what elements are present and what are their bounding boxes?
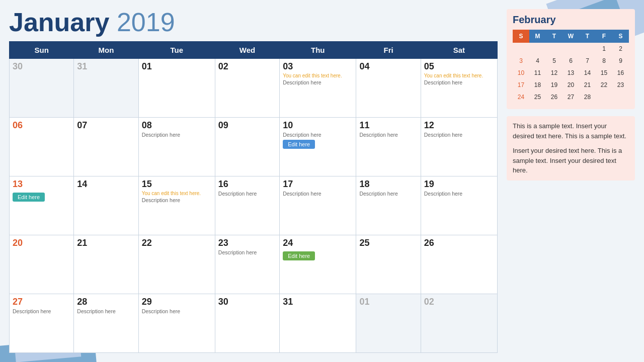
weekday-header-thu: Thu [280,42,356,59]
description-text: Description here [283,191,353,197]
description-text: Description here [77,308,135,314]
main-container: January 2019 SunMonTueWedThuFriSat 30310… [0,0,644,362]
day-number: 15 [142,179,212,190]
feb-day-cell: 27 [562,91,579,103]
edit-tag: You can edit this text here. [142,191,212,196]
sidebar-text-2: Insert your desired text here. This is a… [513,146,629,175]
feb-day-cell: 24 [513,91,529,103]
description-text: Description here [359,132,417,138]
cal-cell: 02 [421,294,497,353]
feb-day-cell: 23 [612,79,629,91]
day-number: 26 [424,238,494,248]
day-number: 14 [77,179,135,190]
cal-cell: 28Description here [74,294,138,353]
cal-cell: 17Description here [280,176,356,235]
day-number: 16 [218,179,276,190]
day-number: 31 [77,61,135,72]
feb-day-cell: 8 [596,55,612,67]
cal-cell: 16Description here [215,176,279,235]
feb-day-cell: 28 [579,91,596,103]
feb-day-cell [546,43,562,55]
left-section: January 2019 SunMonTueWedThuFriSat 30310… [9,9,498,353]
feb-day-cell: 15 [596,67,612,79]
feb-day-cell [529,43,546,55]
feb-weekday-header: S [612,30,629,43]
edit-badge[interactable]: Edit here [283,251,315,260]
cal-cell: 02 [215,59,279,118]
feb-day-cell: 5 [546,55,562,67]
february-mini-calendar: SMTWTFS 12345678910111213141516171819202… [513,30,629,103]
day-number: 09 [218,120,276,131]
edit-badge[interactable]: Edit here [283,140,315,149]
feb-day-cell [562,43,579,55]
feb-day-cell: 14 [579,67,596,79]
feb-day-cell: 18 [529,79,546,91]
month-name: January [9,8,109,37]
edit-tag: You can edit this text here. [424,73,494,78]
cal-cell: 20 [10,235,74,294]
day-number: 17 [283,179,353,190]
description-text: Description here [218,249,276,255]
cal-cell: 30 [10,59,74,118]
edit-badge[interactable]: Edit here [13,193,45,202]
year: 2019 [117,8,175,37]
day-number: 12 [424,120,494,131]
cal-cell: 09 [215,118,279,176]
feb-weekday-header: W [562,30,579,43]
cal-cell: 24Edit here [280,235,356,294]
feb-weekday-header: T [546,30,562,43]
feb-weekday-header: F [596,30,612,43]
feb-day-cell: 9 [612,55,629,67]
day-number: 21 [77,238,135,248]
day-number: 02 [218,61,276,72]
cal-cell: 03You can edit this text here.Descriptio… [280,59,356,118]
cal-cell: 31 [74,59,138,118]
description-text: Description here [424,132,494,138]
day-number: 04 [359,61,417,72]
day-number: 29 [142,297,212,307]
cal-cell: 01 [138,59,215,118]
cal-cell: 15You can edit this text here.Descriptio… [138,176,215,235]
cal-cell: 25 [356,235,421,294]
feb-day-cell: 4 [529,55,546,67]
cal-cell: 27Description here [10,294,74,353]
feb-weekday-header: M [529,30,546,43]
description-text: Description here [424,79,494,85]
cal-cell: 08Description here [138,118,215,176]
right-section: February SMTWTFS 12345678910111213141516… [507,9,635,353]
weekday-header-wed: Wed [215,42,279,59]
description-text: Description here [142,308,212,314]
feb-day-cell: 16 [612,67,629,79]
cal-cell: 26 [421,235,497,294]
feb-day-cell: 3 [513,55,529,67]
edit-tag: You can edit this text here. [283,73,353,78]
weekday-header-tue: Tue [138,42,215,59]
description-text: Description here [283,79,353,85]
day-number: 30 [13,61,70,72]
day-number: 03 [283,61,353,72]
feb-day-cell: 1 [596,43,612,55]
feb-day-cell: 19 [546,79,562,91]
cal-cell: 21 [74,235,138,294]
cal-cell: 06 [10,118,74,176]
day-number: 02 [424,297,494,307]
sidebar-text-block: This is a sample text. Insert your desir… [507,116,635,180]
description-text: Description here [218,191,276,197]
feb-day-cell: 6 [562,55,579,67]
day-number: 05 [424,61,494,72]
description-text: Description here [142,197,212,203]
cal-cell: 23Description here [215,235,279,294]
description-text: Description here [13,308,70,314]
cal-cell: 18Description here [356,176,421,235]
feb-day-cell [596,91,612,103]
cal-cell: 05You can edit this text here.Descriptio… [421,59,497,118]
description-text: Description here [424,191,494,197]
description-text: Description here [142,132,212,138]
day-number: 24 [283,238,353,248]
day-number: 01 [142,61,212,72]
cal-cell: 01 [356,294,421,353]
description-text: Description here [283,132,353,138]
day-number: 06 [13,120,70,131]
main-calendar: SunMonTueWedThuFriSat 3031010203You can … [9,41,498,353]
day-number: 25 [359,238,417,248]
